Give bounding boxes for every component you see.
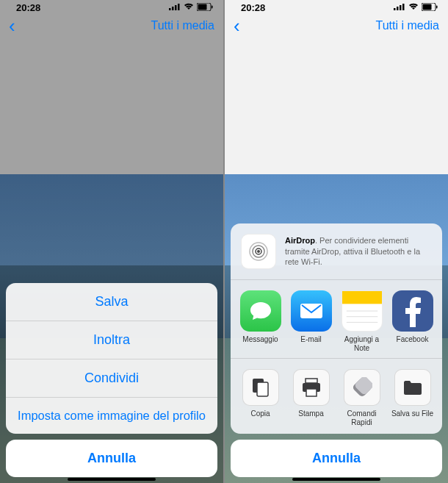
svg-rect-5 [198, 4, 207, 10]
airdrop-row[interactable]: AirDrop. Per condividere elementi tramit… [231, 223, 442, 280]
cancel-button[interactable]: Annulla [6, 440, 217, 477]
svg-rect-25 [306, 379, 317, 383]
all-media-link[interactable]: Tutti i media [375, 19, 439, 32]
svg-rect-27 [306, 389, 317, 396]
svg-rect-6 [212, 5, 213, 8]
save-files-action[interactable]: Salva su File [387, 369, 438, 426]
screenshot-left: 20:28 ‹ Tutti i media Salva Inoltra Cond… [0, 0, 223, 483]
mail-app[interactable]: E-mail [286, 290, 336, 352]
copy-action[interactable]: Copia [235, 369, 286, 426]
wifi-icon [184, 3, 194, 12]
home-indicator[interactable] [292, 478, 380, 481]
shortcuts-icon [344, 369, 380, 406]
airdrop-text: AirDrop. Per condividere elementi tramit… [285, 235, 432, 268]
message-icon [240, 290, 281, 332]
status-right [394, 3, 438, 12]
forward-button[interactable]: Inoltra [6, 321, 217, 359]
folder-icon [394, 369, 431, 406]
print-action[interactable]: Stampa [286, 369, 336, 426]
status-time: 20:28 [16, 2, 40, 13]
copy-icon [242, 369, 279, 406]
cancel-button[interactable]: Annulla [231, 440, 442, 477]
back-button[interactable]: ‹ [234, 15, 240, 37]
share-sheet: AirDrop. Per condividere elementi tramit… [231, 223, 442, 477]
mail-icon [291, 290, 332, 332]
battery-icon [422, 3, 438, 12]
facebook-app[interactable]: Facebook [387, 290, 438, 352]
svg-rect-9 [400, 5, 402, 10]
action-label: Stampa [298, 409, 323, 418]
svg-rect-0 [169, 8, 171, 10]
airdrop-icon [241, 234, 276, 269]
share-panel: AirDrop. Per condividere elementi tramit… [231, 223, 442, 434]
app-label: E-mail [300, 335, 321, 344]
wifi-icon [408, 3, 419, 12]
svg-rect-29 [353, 377, 372, 396]
battery-icon [197, 3, 213, 12]
status-right [169, 3, 213, 12]
action-label: Salva su File [391, 409, 433, 418]
home-indicator[interactable] [68, 478, 156, 481]
svg-rect-7 [394, 8, 396, 10]
set-profile-image-button[interactable]: Imposta come immagine del profilo [6, 398, 217, 434]
status-time: 20:28 [241, 2, 265, 13]
action-sheet: Salva Inoltra Condividi Imposta come imm… [6, 283, 217, 477]
svg-rect-1 [172, 7, 174, 10]
app-label: Aggiungi a Note [336, 335, 387, 352]
share-apps-row: Messaggio E-mail Aggiungi a Note [231, 280, 442, 359]
notes-app[interactable]: Aggiungi a Note [336, 290, 387, 352]
svg-rect-13 [436, 5, 438, 8]
action-sheet-options: Salva Inoltra Condividi Imposta come imm… [6, 283, 217, 434]
svg-rect-8 [397, 7, 399, 10]
notes-icon [342, 290, 383, 332]
shortcuts-action[interactable]: Comandi Rapidi [336, 369, 387, 426]
svg-rect-2 [175, 5, 177, 10]
svg-rect-12 [423, 4, 432, 10]
screenshot-right: 20:28 ‹ Tutti i media AirDrop. Per con [225, 0, 448, 483]
app-label: Messaggio [242, 335, 278, 344]
svg-rect-19 [342, 291, 382, 304]
svg-rect-3 [178, 4, 180, 10]
signal-icon [394, 3, 405, 12]
airdrop-title: AirDrop [285, 236, 315, 245]
messages-app[interactable]: Messaggio [235, 290, 286, 352]
share-actions-row: Copia Stampa Comandi Rapidi [231, 359, 442, 434]
svg-rect-10 [402, 4, 405, 10]
share-button[interactable]: Condividi [6, 359, 217, 398]
status-bar: 20:28 [0, 0, 223, 15]
print-icon [293, 369, 330, 406]
status-bar: 20:28 [225, 0, 448, 15]
action-label: Comandi Rapidi [336, 409, 387, 426]
signal-icon [169, 3, 181, 12]
app-label: Facebook [397, 335, 429, 344]
svg-rect-24 [257, 382, 268, 396]
all-media-link[interactable]: Tutti i media [151, 19, 214, 32]
back-button[interactable]: ‹ [9, 15, 15, 37]
action-label: Copia [250, 409, 270, 418]
facebook-icon [392, 290, 433, 332]
save-button[interactable]: Salva [6, 283, 217, 321]
svg-point-17 [257, 250, 260, 253]
